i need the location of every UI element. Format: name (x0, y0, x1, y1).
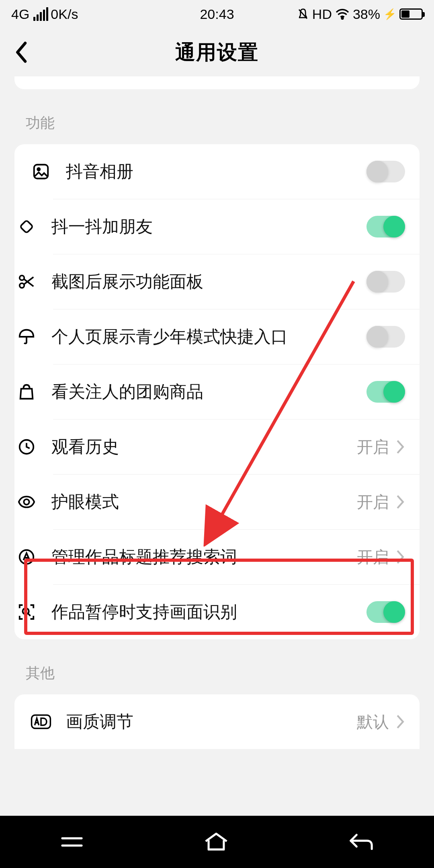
status-time: 20:43 (200, 6, 234, 22)
toggle-shake[interactable] (366, 216, 405, 237)
chevron-right-icon (395, 439, 405, 454)
row-screenshot-panel[interactable]: 截图后展示功能面板 (53, 254, 420, 309)
row-label: 抖一抖加朋友 (51, 215, 366, 238)
row-history[interactable]: 观看历史 开启 (53, 419, 420, 474)
svg-rect-3 (20, 220, 33, 233)
row-label: 看关注人的团购商品 (51, 381, 366, 403)
ad-icon (29, 714, 53, 730)
prev-card-bottom (14, 76, 420, 89)
nav-back-button[interactable] (348, 832, 374, 852)
features-card: 抖音相册 抖一抖加朋友 截图后展示功能面板 个人页展示青少年模式快捷入口 看关注… (14, 144, 420, 639)
network-speed: 0K/s (51, 6, 78, 22)
status-bar: 4G 0K/s 20:43 HD 38% ⚡ (0, 0, 434, 28)
row-value: 开启 (357, 546, 389, 568)
row-value: 默认 (357, 711, 389, 733)
network-type: 4G (11, 6, 29, 22)
svg-rect-1 (34, 165, 48, 179)
row-eye-mode[interactable]: 护眼模式 开启 (53, 474, 420, 529)
svg-point-7 (24, 499, 29, 504)
mute-icon (297, 7, 309, 21)
toggle-album[interactable] (366, 161, 405, 182)
row-label: 管理作品标题推荐搜索词 (51, 546, 357, 568)
row-label: 观看历史 (51, 436, 357, 458)
row-teen-mode[interactable]: 个人页展示青少年模式快捷入口 (53, 309, 420, 364)
charge-icon: ⚡ (383, 8, 396, 20)
row-pause-detect[interactable]: 作品暂停时支持画面识别 (53, 584, 420, 639)
bag-icon (14, 383, 39, 401)
toggle-pause-detect[interactable] (366, 601, 405, 623)
row-label: 画质调节 (66, 710, 357, 733)
other-card: 画质调节 默认 (14, 694, 420, 749)
row-label: 护眼模式 (51, 491, 357, 513)
row-label: 抖音相册 (66, 160, 366, 183)
letter-a-icon (14, 548, 39, 566)
svg-point-2 (37, 168, 40, 170)
eye-icon (14, 493, 39, 511)
chevron-right-icon (395, 494, 405, 510)
umbrella-icon (14, 328, 39, 346)
row-group-buy[interactable]: 看关注人的团购商品 (53, 364, 420, 419)
toggle-group-buy[interactable] (366, 381, 405, 403)
hd-label: HD (312, 6, 332, 22)
nav-recent-button[interactable] (60, 833, 84, 851)
chevron-right-icon (395, 549, 405, 565)
row-value: 开启 (357, 491, 389, 513)
toggle-screenshot[interactable] (366, 271, 405, 293)
scissors-icon (14, 272, 39, 291)
status-right: HD 38% ⚡ (297, 6, 423, 22)
row-quality[interactable]: 画质调节 默认 (14, 694, 420, 749)
back-button[interactable] (14, 41, 29, 63)
chevron-right-icon (395, 714, 405, 729)
row-label: 截图后展示功能面板 (51, 270, 366, 293)
shake-icon (14, 217, 39, 236)
row-label: 个人页展示青少年模式快捷入口 (51, 326, 366, 348)
row-value: 开启 (357, 436, 389, 458)
battery-icon (399, 8, 423, 20)
toggle-teen[interactable] (366, 326, 405, 348)
battery-pct: 38% (353, 6, 380, 22)
row-manage-search-words[interactable]: 管理作品标题推荐搜索词 开启 (53, 529, 420, 584)
signal-icon (33, 7, 48, 21)
page-title: 通用设置 (175, 39, 259, 66)
wifi-icon (335, 8, 350, 20)
section-label-other: 其他 (0, 639, 434, 694)
row-shake-friends[interactable]: 抖一抖加朋友 (53, 199, 420, 254)
svg-point-0 (342, 18, 343, 19)
row-label: 作品暂停时支持画面识别 (51, 601, 366, 623)
row-douyin-album[interactable]: 抖音相册 (14, 144, 420, 199)
scan-icon (14, 603, 39, 621)
nav-home-button[interactable] (203, 832, 229, 852)
section-label-features: 功能 (0, 89, 434, 144)
status-left: 4G 0K/s (11, 6, 78, 22)
system-nav-bar (0, 816, 434, 868)
clock-icon (14, 438, 39, 456)
photo-icon (29, 162, 53, 181)
page-header: 通用设置 (0, 28, 434, 76)
svg-point-9 (23, 608, 29, 614)
